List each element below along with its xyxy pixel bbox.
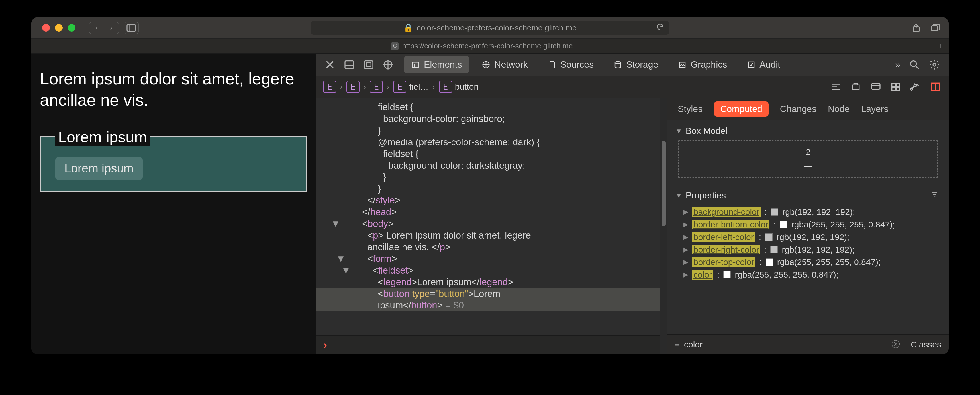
devtools-tab-elements[interactable]: Elements: [404, 56, 469, 73]
box-model-diagram[interactable]: 2 —: [678, 140, 938, 178]
svg-rect-28: [896, 87, 900, 91]
tabs-overview-icon[interactable]: [930, 23, 940, 33]
devtools-tab-sources[interactable]: Sources: [541, 56, 601, 73]
back-button[interactable]: ‹: [89, 22, 104, 34]
code-line[interactable]: ▼ <fieldset>: [341, 265, 655, 276]
elements-toolbar: E›E›E›Efiel…›Ebutton: [316, 76, 949, 98]
dock-side-icon[interactable]: [363, 59, 374, 70]
code-line[interactable]: <p> Lorem ipsum dolor sit amet, legere: [341, 230, 655, 241]
styles-tab-styles[interactable]: Styles: [678, 104, 703, 114]
svg-rect-0: [127, 24, 135, 31]
code-line[interactable]: </style>: [341, 195, 655, 206]
clear-filter-icon[interactable]: ⓧ: [891, 339, 900, 350]
property-row[interactable]: ▶border-bottom-color: rgba(255, 255, 255…: [683, 218, 933, 231]
sidebar-toggle[interactable]: [124, 22, 139, 34]
devtools-tabbar: ElementsNetworkSourcesStorageGraphicsAud…: [316, 54, 949, 76]
code-line[interactable]: }: [341, 171, 655, 183]
svg-point-20: [933, 63, 936, 66]
print-styles-icon[interactable]: [850, 81, 861, 92]
code-line[interactable]: }: [341, 125, 655, 137]
svg-rect-21: [853, 85, 859, 90]
compositing-icon[interactable]: [930, 81, 941, 92]
main-area: Lorem ipsum dolor sit amet, legere ancil…: [31, 54, 949, 354]
breadcrumb-item[interactable]: E: [347, 81, 360, 93]
page-button[interactable]: Lorem ipsum: [55, 157, 143, 180]
devtools-tab-graphics[interactable]: Graphics: [671, 56, 735, 73]
format-icon[interactable]: [830, 81, 842, 92]
browser-tab[interactable]: C https://color-scheme-prefers-color-sch…: [31, 41, 933, 51]
box-model-title: Box Model: [686, 126, 727, 136]
minimize-window[interactable]: [55, 24, 63, 32]
share-icon[interactable]: [911, 23, 921, 33]
breadcrumb-item[interactable]: Ebutton: [439, 81, 479, 93]
svg-rect-6: [364, 61, 373, 68]
filter-input[interactable]: [684, 340, 886, 349]
breadcrumb-item[interactable]: Efiel…: [393, 81, 428, 93]
tab-title: https://color-scheme-prefers-color-schem…: [402, 41, 573, 51]
svg-rect-22: [854, 83, 858, 85]
svg-rect-4: [345, 61, 353, 68]
code-line[interactable]: background-color: gainsboro;: [341, 113, 655, 125]
styles-tabs: StylesComputedChangesNodeLayers: [668, 98, 949, 120]
code-line[interactable]: background-color: darkslategray;: [341, 160, 655, 172]
url-text: color-scheme-prefers-color-scheme.glitch…: [417, 23, 577, 32]
property-row[interactable]: ▶color: rgba(255, 255, 255, 0.847);: [683, 268, 933, 281]
page-fieldset: Lorem ipsum Lorem ipsum: [40, 128, 307, 193]
svg-rect-25: [892, 83, 896, 86]
box-model-section: ▼Box Model 2 —: [668, 120, 949, 185]
console-prompt[interactable]: ›: [316, 335, 660, 354]
styles-tab-changes[interactable]: Changes: [780, 104, 816, 114]
device-icon[interactable]: [870, 81, 881, 92]
filter-icon[interactable]: [931, 190, 939, 201]
code-line[interactable]: ancillae ne vis. </p>: [341, 241, 655, 253]
svg-line-19: [916, 66, 919, 69]
scrollbar[interactable]: [660, 98, 667, 354]
filter-row: ☰ ⓧ Classes: [668, 334, 949, 354]
code-line[interactable]: ▼ <form>: [341, 253, 655, 265]
code-line[interactable]: ipsum</button> = $0: [316, 299, 660, 311]
property-row[interactable]: ▶border-right-color: rgb(192, 192, 192);: [683, 244, 933, 256]
close-devtools-icon[interactable]: [324, 59, 336, 70]
code-line[interactable]: @media (prefers-color-scheme: dark) {: [341, 137, 655, 148]
settings-icon[interactable]: [929, 59, 940, 70]
property-row[interactable]: ▶border-top-color: rgba(255, 255, 255, 0…: [683, 256, 933, 268]
code-line[interactable]: fieldset {: [341, 148, 655, 160]
url-bar[interactable]: 🔒 color-scheme-prefers-color-scheme.glit…: [310, 21, 670, 35]
classes-button[interactable]: Classes: [911, 340, 941, 349]
styles-tab-layers[interactable]: Layers: [861, 104, 888, 114]
dock-bottom-icon[interactable]: [344, 59, 355, 70]
maximize-window[interactable]: [68, 24, 75, 32]
breadcrumb-item[interactable]: E: [370, 81, 383, 93]
titlebar-right: [911, 23, 940, 33]
reload-icon[interactable]: [656, 22, 664, 33]
breadcrumb-item[interactable]: E: [323, 81, 336, 93]
paint-icon[interactable]: [910, 81, 921, 92]
code-line[interactable]: }: [341, 183, 655, 195]
elements-tree[interactable]: fieldset { background-color: gainsboro; …: [316, 98, 660, 354]
grid-icon[interactable]: [890, 81, 901, 92]
code-line[interactable]: ▼ <body>: [341, 218, 655, 230]
svg-rect-3: [932, 25, 937, 31]
browser-window: ‹ › 🔒 color-scheme-prefers-color-scheme.…: [31, 17, 949, 354]
styles-pane: StylesComputedChangesNodeLayers ▼Box Mod…: [667, 98, 949, 354]
filter-glyph-icon: ☰: [675, 342, 679, 347]
code-line[interactable]: </head>: [341, 206, 655, 218]
property-row[interactable]: ▶border-left-color: rgb(192, 192, 192);: [683, 231, 933, 244]
styles-tab-node[interactable]: Node: [828, 104, 850, 114]
devtools-tab-storage[interactable]: Storage: [606, 56, 665, 73]
devtools-tab-audit[interactable]: Audit: [740, 56, 788, 73]
styles-tab-computed[interactable]: Computed: [714, 102, 768, 116]
code-line[interactable]: <legend>Lorem ipsum</legend>: [341, 276, 655, 288]
code-line[interactable]: <button type="button">Lorem: [316, 288, 660, 300]
property-row[interactable]: ▶background-color: rgb(192, 192, 192);: [683, 206, 933, 218]
inspect-icon[interactable]: [382, 59, 394, 70]
devtools-tab-network[interactable]: Network: [474, 56, 535, 73]
new-tab-button[interactable]: +: [933, 41, 949, 51]
search-icon[interactable]: [909, 59, 920, 70]
devtools-body: fieldset { background-color: gainsboro; …: [316, 98, 949, 354]
tabs-overflow-icon[interactable]: »: [895, 59, 900, 70]
close-window[interactable]: [42, 24, 50, 32]
code-line[interactable]: fieldset {: [341, 102, 655, 113]
tab-bar: C https://color-scheme-prefers-color-sch…: [31, 39, 949, 54]
forward-button[interactable]: ›: [104, 22, 119, 34]
